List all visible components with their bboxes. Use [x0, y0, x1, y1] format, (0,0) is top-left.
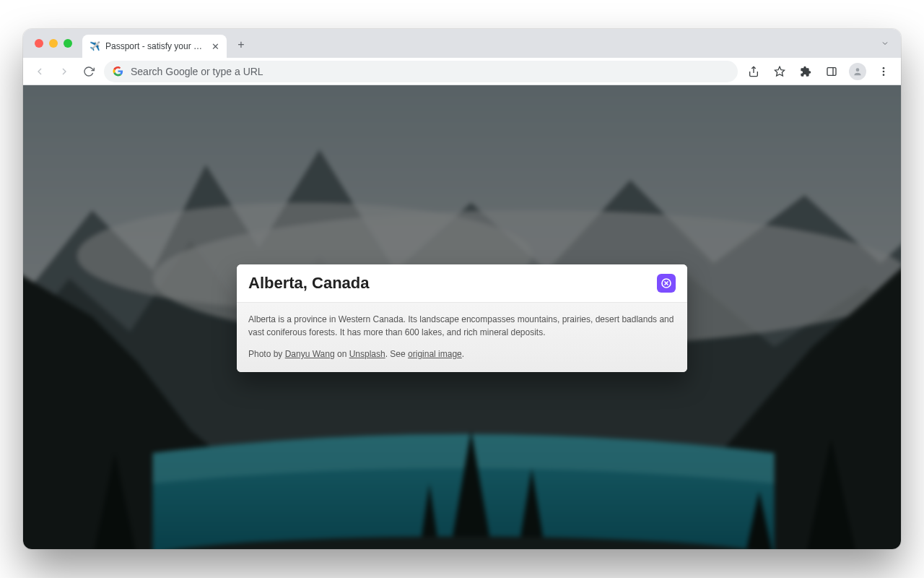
side-panel-button[interactable]	[821, 61, 842, 82]
tab-strip: ✈️ Passport - satisfy your wander ✕ +	[23, 29, 901, 58]
photo-credit: Photo by Danyu Wang on Unsplash. See ori…	[248, 348, 676, 361]
address-bar[interactable]: Search Google or type a URL	[104, 61, 738, 82]
close-window-button[interactable]	[35, 39, 43, 48]
svg-point-4	[856, 68, 860, 72]
airplane-icon: ✈️	[90, 41, 100, 51]
modal-body: Alberta is a province in Western Canada.…	[237, 302, 687, 372]
avatar-icon	[849, 63, 866, 80]
omnibox-placeholder: Search Google or type a URL	[131, 66, 263, 77]
modal-title: Alberta, Canada	[248, 274, 370, 293]
close-modal-button[interactable]	[657, 274, 676, 293]
credit-site-link[interactable]: Unsplash	[349, 349, 385, 359]
tabs-menu-button[interactable]	[875, 33, 895, 53]
bookmark-button[interactable]	[770, 61, 790, 82]
location-description: Alberta is a province in Western Canada.…	[248, 313, 676, 339]
reload-button[interactable]	[79, 62, 98, 81]
forward-button[interactable]	[55, 62, 74, 81]
original-image-link[interactable]: original image	[408, 349, 462, 359]
new-tab-button[interactable]: +	[231, 35, 251, 55]
svg-rect-2	[827, 67, 836, 75]
menu-button[interactable]	[873, 61, 894, 82]
close-icon	[661, 277, 672, 289]
browser-toolbar: Search Google or type a URL	[23, 58, 901, 85]
svg-marker-1	[775, 66, 784, 76]
zoom-window-button[interactable]	[64, 39, 72, 48]
svg-point-6	[883, 70, 885, 72]
window-controls	[35, 39, 72, 48]
tab-title: Passport - satisfy your wander	[105, 41, 206, 51]
google-icon	[113, 66, 123, 77]
page-content: Marketing plan Today's Intention Alberta…	[23, 85, 901, 549]
close-tab-button[interactable]: ✕	[212, 41, 219, 52]
share-button[interactable]	[744, 61, 764, 82]
profile-button[interactable]	[847, 61, 868, 82]
browser-tab[interactable]: ✈️ Passport - satisfy your wander ✕	[82, 35, 227, 58]
modal-header: Alberta, Canada	[237, 264, 687, 302]
browser-window: ✈️ Passport - satisfy your wander ✕ +	[23, 29, 901, 549]
back-button[interactable]	[30, 62, 49, 81]
svg-point-5	[883, 67, 885, 69]
extensions-button[interactable]	[796, 61, 816, 82]
credit-author-link[interactable]: Danyu Wang	[285, 349, 335, 359]
location-info-modal: Alberta, Canada Alberta is a province in…	[237, 264, 687, 372]
minimize-window-button[interactable]	[49, 39, 58, 48]
svg-point-7	[883, 74, 885, 76]
